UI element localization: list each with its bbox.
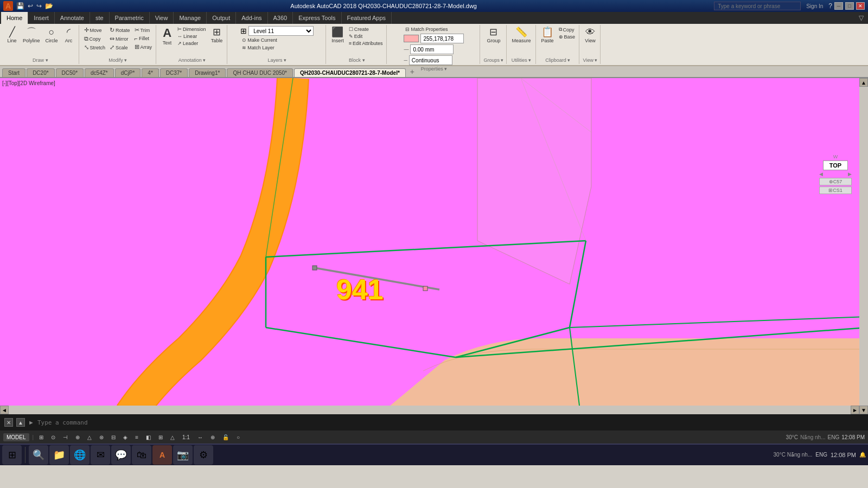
taskbar-store[interactable]: 🛍 xyxy=(132,445,151,465)
arc-btn[interactable]: ◜ Arc xyxy=(61,26,76,44)
linetype-input[interactable] xyxy=(409,55,452,65)
match-layer-btn[interactable]: ≋ Match Layer xyxy=(240,44,276,51)
taskbar-settings[interactable]: ⚙ xyxy=(194,445,213,465)
taskbar-search[interactable]: 🔍 xyxy=(29,445,48,465)
taskbar-mail[interactable]: ✉ xyxy=(91,445,110,465)
array-btn[interactable]: ⊞ Array xyxy=(133,43,154,51)
status-snap[interactable]: ⊙ xyxy=(49,434,58,440)
taskbar-chat[interactable]: 💬 xyxy=(111,445,131,465)
doc-tab-start[interactable]: Start xyxy=(2,68,25,77)
quick-access-save[interactable]: 💾 xyxy=(16,2,24,10)
minimize-btn[interactable]: ─ xyxy=(834,2,843,10)
scale-btn[interactable]: ⤢ Scale xyxy=(108,43,132,52)
tab-ste[interactable]: ste xyxy=(90,12,110,24)
scroll-down-btn[interactable]: ▼ xyxy=(859,406,868,414)
status-3dosnap[interactable]: △ xyxy=(168,434,177,440)
move-btn[interactable]: ✛ Move xyxy=(82,26,107,34)
status-lock[interactable]: 🔓 xyxy=(220,434,231,440)
horizontal-scrollbar[interactable]: ◄ ► xyxy=(0,406,859,414)
tab-insert[interactable]: Insert xyxy=(28,12,55,24)
drawing-canvas-area[interactable]: 941 [-][Top][2D Wireframe] W TOP ◀ ▶ ⊕C5… xyxy=(0,78,868,414)
status-lweight[interactable]: ≡ xyxy=(133,434,141,440)
doc-tab-qh2030[interactable]: QH2030-CHAUDUC280721-28-7-Model* xyxy=(294,68,406,77)
status-sel-cycling[interactable]: ⊞ xyxy=(156,434,165,440)
insert-btn[interactable]: ⬛ Insert xyxy=(329,26,346,44)
status-ortho[interactable]: ⊣ xyxy=(61,434,70,440)
status-dyn[interactable]: ◈ xyxy=(121,434,130,440)
edit-attribs-btn[interactable]: ≡ Edit Attributes xyxy=(347,40,385,47)
taskbar-file-explorer[interactable]: 📁 xyxy=(49,445,69,465)
status-workspace[interactable]: ⊕ xyxy=(208,434,217,440)
status-transparency[interactable]: ◧ xyxy=(144,434,153,440)
status-model[interactable]: MODEL xyxy=(3,433,29,441)
doc-tab-4[interactable]: 4* xyxy=(142,68,158,77)
tab-home[interactable]: Home xyxy=(1,12,28,24)
leader-btn[interactable]: ↗ Leader xyxy=(176,40,208,47)
cmd-up-btn[interactable]: ▲ xyxy=(16,418,25,427)
doc-tab-dc50[interactable]: DC50* xyxy=(56,68,84,77)
tab-output[interactable]: Output xyxy=(207,12,236,24)
status-lang[interactable]: ENG xyxy=(828,434,840,440)
taskbar-browser[interactable]: 🌐 xyxy=(70,445,90,465)
tab-featured[interactable]: Featured Apps xyxy=(342,12,392,24)
new-tab-btn[interactable]: + xyxy=(407,66,418,77)
line-btn[interactable]: ╱ Line xyxy=(4,26,20,44)
trim-btn[interactable]: ✂ Trim xyxy=(133,26,154,34)
lineweight-input[interactable] xyxy=(410,44,454,54)
match-props-btn[interactable]: ⊟ Match Properties xyxy=(404,26,449,33)
tab-express[interactable]: Express Tools xyxy=(293,12,341,24)
dimension-btn[interactable]: ⊢ Dimension xyxy=(176,26,208,33)
text-btn[interactable]: A Text xyxy=(159,26,175,47)
close-btn[interactable]: ✕ xyxy=(856,2,865,10)
color-input[interactable] xyxy=(420,34,464,43)
status-osnap[interactable]: △ xyxy=(85,434,94,440)
mirror-btn[interactable]: ⇔ Mirror xyxy=(108,35,132,43)
measure-btn[interactable]: 📏 Measure xyxy=(510,26,533,44)
stretch-btn[interactable]: ⤡ Stretch xyxy=(82,43,107,52)
color-swatch[interactable] xyxy=(404,35,419,42)
status-scale[interactable]: 1:1 xyxy=(180,434,192,440)
status-polar[interactable]: ⊕ xyxy=(73,434,82,440)
copy-btn[interactable]: ⧉ Copy xyxy=(82,35,107,43)
scroll-up-btn[interactable]: ▲ xyxy=(859,78,868,87)
table-btn[interactable]: ⊞ Table xyxy=(209,26,225,44)
clipboard-copy-btn[interactable]: ⧉ Copy xyxy=(557,26,577,33)
command-input[interactable] xyxy=(37,419,864,426)
tab-parametric[interactable]: Parametric xyxy=(110,12,150,24)
rotate-btn[interactable]: ↻ Rotate xyxy=(108,26,132,34)
layer-selector[interactable]: Level 11 xyxy=(248,26,314,36)
doc-tab-dc54z[interactable]: dc54Z* xyxy=(85,68,114,77)
tab-annotate[interactable]: Annotate xyxy=(55,12,90,24)
help-btn[interactable]: ? xyxy=(828,2,832,10)
tab-view[interactable]: View xyxy=(150,12,174,24)
vertical-scrollbar[interactable]: ▲ ▼ xyxy=(859,78,868,414)
doc-tab-dc37[interactable]: DC37* xyxy=(160,68,188,77)
doc-tab-drawing1[interactable]: Drawing1* xyxy=(189,68,226,77)
taskbar-autocad[interactable]: A xyxy=(152,445,172,465)
status-ducs[interactable]: ⊟ xyxy=(109,434,118,440)
layer-props-icon[interactable]: ⊞ xyxy=(240,27,247,35)
search-input[interactable] xyxy=(714,2,801,10)
doc-tab-dc20[interactable]: DC20* xyxy=(27,68,54,77)
nav-perspective-label[interactable]: ⊕C57 xyxy=(819,178,852,185)
doc-tab-dcjp[interactable]: dCjP* xyxy=(115,68,141,77)
view-btn[interactable]: 👁 View xyxy=(583,26,598,44)
nav-cube-top-face[interactable]: TOP xyxy=(823,160,848,170)
status-annotation[interactable]: ↔ xyxy=(195,434,205,440)
fillet-btn[interactable]: ⌐ Fillet xyxy=(133,35,154,42)
tab-a360[interactable]: A360 xyxy=(268,12,293,24)
paste-btn[interactable]: 📋 Paste xyxy=(539,26,556,44)
taskbar-media[interactable]: 📷 xyxy=(173,445,193,465)
quick-access-undo[interactable]: ↩ xyxy=(28,2,33,10)
restore-btn[interactable]: □ xyxy=(845,2,854,10)
quick-access-open[interactable]: 📂 xyxy=(45,2,53,10)
make-current-btn[interactable]: ⊙ Make Current xyxy=(240,37,279,43)
cmd-close-btn[interactable]: ✕ xyxy=(4,418,13,427)
start-btn[interactable]: ⊞ xyxy=(2,445,22,465)
group-btn[interactable]: ⊟ Group xyxy=(484,26,502,44)
tab-addins[interactable]: Add-ins xyxy=(236,12,267,24)
status-grid[interactable]: ⊞ xyxy=(37,434,46,440)
tray-lang[interactable]: ENG xyxy=(815,452,827,458)
create-btn[interactable]: ☐ Create xyxy=(347,26,385,33)
doc-tab-qh-chau-duc[interactable]: QH CHAU DUC 2050* xyxy=(227,68,292,77)
